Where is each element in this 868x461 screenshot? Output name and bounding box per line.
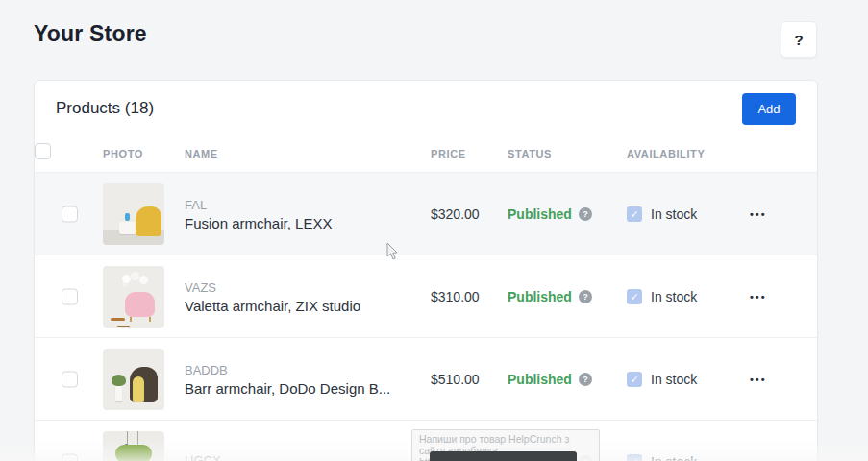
table-row: VAZS Valetta armchair, ZIX studio $310.0…: [35, 255, 817, 337]
help-button[interactable]: ?: [781, 21, 817, 58]
column-header-name: NAME: [185, 148, 218, 159]
product-name: Valetta armchair, ZIX studio: [185, 297, 360, 313]
product-name: Barr armchair, DoDo Design B...: [185, 379, 390, 396]
row-actions-menu[interactable]: •••: [750, 208, 767, 220]
status-badge: Published: [508, 206, 572, 222]
row-select-checkbox[interactable]: [62, 206, 78, 222]
in-stock-checkbox[interactable]: ✓: [627, 206, 642, 222]
status-help-icon[interactable]: ?: [579, 290, 592, 303]
row-actions-menu[interactable]: •••: [750, 456, 767, 461]
availability-label: In stock: [651, 454, 697, 461]
column-header-price: PRICE: [431, 148, 466, 159]
product-sku: UGCX: [185, 453, 221, 461]
product-sku: FAL: [185, 197, 332, 211]
in-stock-checkbox[interactable]: ✓: [627, 454, 642, 461]
row-actions-menu[interactable]: •••: [750, 291, 767, 303]
select-all-checkbox[interactable]: [35, 143, 51, 159]
product-price: $310.00: [431, 289, 480, 304]
page-title: Your Store: [34, 21, 147, 47]
window-preview-edge: [430, 451, 577, 461]
table-body: FAL Fusion armchair, LEXX $320.00 Publis…: [35, 172, 817, 461]
product-price: $510.00: [431, 372, 480, 387]
status-help-icon[interactable]: ?: [579, 373, 592, 386]
product-photo: [103, 349, 164, 410]
status-badge: Published: [508, 289, 572, 304]
question-mark-icon: ?: [794, 32, 803, 48]
product-photo: [103, 431, 164, 461]
column-header-status: STATUS: [508, 148, 552, 159]
add-product-button[interactable]: Add: [742, 93, 796, 125]
status-help-icon[interactable]: ?: [579, 207, 592, 221]
availability-label: In stock: [651, 289, 697, 304]
in-stock-checkbox[interactable]: ✓: [627, 289, 642, 304]
column-header-availability: AVAILABILITY: [627, 148, 705, 159]
row-select-checkbox[interactable]: [62, 288, 78, 304]
availability-label: In stock: [651, 206, 697, 222]
table-row: BADDB Barr armchair, DoDo Design B... $5…: [35, 337, 817, 420]
product-price: $320.00: [431, 206, 480, 222]
column-header-photo: PHOTO: [103, 148, 143, 159]
product-sku: VAZS: [185, 279, 360, 294]
row-select-checkbox[interactable]: [62, 453, 78, 461]
row-select-checkbox[interactable]: [62, 371, 78, 387]
in-stock-checkbox[interactable]: ✓: [627, 372, 642, 387]
table-header: PHOTO NAME PRICE STATUS AVAILABILITY: [35, 140, 817, 172]
panel-title: Products (18): [56, 99, 154, 118]
mouse-cursor: [385, 242, 399, 261]
availability-label: In stock: [651, 372, 697, 387]
status-badge: Published: [508, 372, 572, 387]
product-sku: BADDB: [185, 362, 390, 376]
product-photo: [103, 266, 164, 328]
products-panel: Products (18) Add PHOTO NAME PRICE STATU…: [34, 80, 818, 461]
row-actions-menu[interactable]: •••: [750, 374, 767, 385]
product-name: Fusion armchair, LEXX: [185, 214, 332, 230]
table-row: FAL Fusion armchair, LEXX $320.00 Publis…: [35, 172, 817, 255]
product-photo: [103, 183, 164, 245]
